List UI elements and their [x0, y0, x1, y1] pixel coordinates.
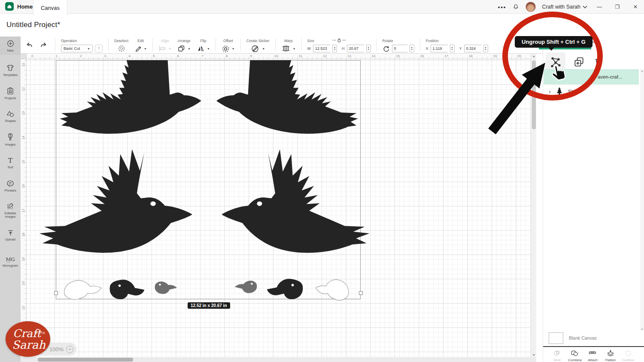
rotate-stepper[interactable]: ▲▼	[410, 45, 414, 52]
ruler-number: 4	[128, 54, 130, 58]
ruler-corner	[21, 54, 27, 59]
ruler-number: 5	[153, 54, 155, 58]
more-menu-icon[interactable]: •••	[498, 4, 507, 10]
scroll-down-arrow-icon[interactable]: ▼	[531, 353, 537, 356]
flip-caret[interactable]: ▼	[207, 47, 210, 50]
layer-group-name: aven-craf...	[598, 74, 623, 79]
editable-images-icon	[6, 202, 15, 210]
flip-label: Flip	[200, 39, 207, 43]
app-window: Home ••• Craft with Sarah — ❐ ✕ Canvas U…	[0, 0, 644, 362]
width-stepper[interactable]: ▲▼	[332, 45, 337, 52]
attach-button[interactable]: Attach	[584, 350, 601, 362]
maximize-button[interactable]: ❐	[611, 4, 623, 10]
x-input[interactable]: 1.119	[431, 45, 448, 52]
selection-handle-bottom-right[interactable]	[359, 291, 363, 295]
sidebar-item-projects[interactable]: Projects	[0, 82, 21, 105]
ruler-number: 16	[21, 184, 25, 189]
sidebar-item-new[interactable]: New	[0, 37, 21, 55]
raven-glide-left[interactable]	[59, 60, 205, 139]
offset-caret[interactable]: ▼	[232, 47, 235, 50]
y-input[interactable]: 0.324	[464, 45, 481, 52]
raven-glide-right[interactable]	[213, 60, 358, 139]
blank-canvas-row[interactable]: Blank Canvas	[543, 330, 644, 346]
zoom-in-icon[interactable]: +	[66, 346, 73, 353]
tab-canvas[interactable]: Canvas	[33, 0, 67, 16]
beak-gray-left[interactable]	[154, 280, 179, 295]
selection-handle-bottom-left[interactable]	[54, 291, 58, 295]
y-stepper[interactable]: ▲▼	[483, 45, 488, 52]
ruler-number: 14	[21, 135, 25, 140]
ruler-horizontal: 01234567891011121314151617181920	[21, 54, 531, 59]
arrange-label: Arrange	[177, 39, 190, 43]
craft-with-sarah-logo: Craft WITH Sarah	[6, 321, 50, 357]
x-stepper[interactable]: ▲▼	[450, 45, 455, 52]
layers-scroll-up-icon[interactable]: ▲	[640, 70, 644, 72]
text-icon: T	[6, 157, 14, 164]
redo-icon[interactable]	[39, 41, 48, 48]
raven-flying-right[interactable]	[211, 145, 372, 269]
arrange-icon[interactable]	[177, 45, 185, 52]
beak-gray-right[interactable]	[233, 280, 258, 294]
lock-icon[interactable]	[337, 38, 341, 43]
rotate-input[interactable]: 0	[392, 45, 407, 52]
rotate-icon[interactable]	[383, 45, 390, 52]
flatten-button[interactable]: Flatten	[601, 350, 619, 362]
ruler-number: 11	[21, 62, 25, 67]
edit-label: Edit	[137, 39, 144, 43]
width-input[interactable]: 12.523	[313, 45, 330, 52]
combine-button[interactable]: Combine	[566, 350, 583, 362]
blank-canvas-swatch[interactable]	[549, 332, 563, 344]
horizontal-scroll-thumb[interactable]	[38, 358, 133, 362]
beak-black-right[interactable]	[266, 277, 304, 300]
beak-outline-left[interactable]	[62, 279, 103, 301]
sidebar-item-upload[interactable]: Upload	[0, 223, 21, 246]
ruler-number: 11	[299, 54, 302, 58]
layers-scrollbar[interactable]: ▲ ▼	[640, 69, 644, 331]
height-input[interactable]: 20.67	[347, 45, 364, 52]
canvas-horizontal-scrollbar[interactable]	[21, 357, 536, 362]
raven-flying-left[interactable]	[36, 145, 203, 269]
sidebar-item-templates[interactable]: Templates	[0, 58, 21, 82]
ruler-number: 19	[493, 54, 497, 58]
sidebar-item-editable-images[interactable]: Editable Images	[0, 198, 21, 223]
arrange-caret[interactable]: ▼	[188, 47, 191, 50]
edit-caret[interactable]: ▼	[144, 47, 147, 50]
account-menu[interactable]: Craft with Sarah	[542, 4, 587, 10]
home-button[interactable]: Home	[5, 2, 33, 11]
minimize-button[interactable]: —	[593, 4, 605, 10]
offset-icon[interactable]	[222, 45, 230, 53]
warp-icon[interactable]	[281, 45, 291, 52]
attach-paperclip-icon	[588, 350, 598, 357]
height-stepper[interactable]: ▲▼	[366, 45, 371, 52]
canvas-area[interactable]: 01234567891011121314151617181920 1112131…	[21, 54, 531, 357]
annotation-arrow	[484, 59, 553, 137]
combine-icon	[570, 350, 580, 357]
beak-outline-right[interactable]	[314, 278, 350, 301]
deselect-icon[interactable]	[117, 44, 126, 52]
sidebar-item-phrases[interactable]: Phrases	[0, 174, 21, 198]
operation-select[interactable]: Basic Cut▼	[61, 45, 93, 52]
notifications-bell-icon[interactable]	[512, 3, 519, 11]
undo-icon[interactable]	[25, 41, 33, 48]
ruler-number: 13	[347, 54, 351, 58]
sidebar-item-images[interactable]: Images	[0, 128, 21, 151]
edit-pencil-icon[interactable]	[134, 45, 142, 52]
create-sticker-icon[interactable]	[251, 44, 260, 53]
beak-black-left[interactable]	[109, 278, 145, 300]
operation-help-button[interactable]: ?	[95, 45, 103, 52]
ruler-number: 13	[21, 111, 25, 116]
align-caret: ▼	[168, 47, 171, 50]
svg-text:M̲G: M̲G	[6, 256, 15, 262]
flip-icon[interactable]	[197, 45, 205, 52]
sidebar-item-shapes[interactable]: Shapes	[0, 105, 21, 128]
operation-label: Operation	[61, 39, 77, 43]
ruler-number: 0	[31, 54, 33, 58]
sidebar-item-text[interactable]: T Text	[0, 151, 21, 174]
close-button[interactable]: ✕	[629, 4, 641, 10]
offset-label: Offset	[223, 39, 233, 43]
avatar[interactable]	[526, 2, 536, 12]
ruler-number: 15	[396, 54, 400, 58]
warp-caret[interactable]: ▼	[293, 47, 296, 50]
sidebar-item-monogram[interactable]: M̲G Monogram	[0, 250, 21, 273]
create-sticker-caret[interactable]: ▼	[262, 47, 265, 50]
